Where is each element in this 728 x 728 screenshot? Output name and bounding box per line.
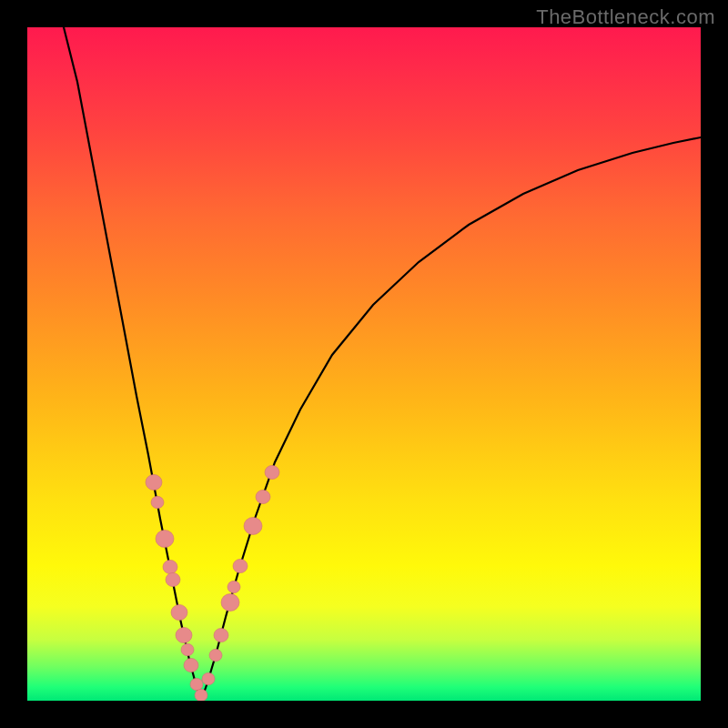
- bead-point: [184, 658, 198, 672]
- bead-point: [214, 628, 228, 642]
- bead-point: [171, 604, 187, 620]
- chart-svg: [27, 27, 701, 701]
- bead-point: [256, 490, 270, 503]
- watermark-text: TheBottleneck.com: [536, 5, 715, 29]
- bead-point: [209, 649, 222, 661]
- bead-point: [151, 496, 164, 508]
- bead-point: [181, 643, 194, 655]
- bead-point: [221, 594, 239, 612]
- bead-point: [156, 531, 174, 548]
- bead-point: [176, 627, 192, 642]
- bead-point: [244, 518, 262, 535]
- curve-right-arm: [201, 137, 701, 701]
- bead-point: [166, 572, 180, 586]
- bead-point: [202, 672, 215, 684]
- bead-point: [195, 689, 207, 701]
- bead-point: [228, 581, 240, 592]
- curve-left-arm: [64, 27, 201, 701]
- chart-root: TheBottleneck.com: [0, 0, 728, 728]
- plot-area: [27, 27, 701, 701]
- bead-point: [233, 559, 248, 572]
- bead-point: [265, 465, 279, 479]
- bead-point: [146, 474, 162, 490]
- bead-point: [190, 678, 203, 690]
- bead-point: [163, 560, 177, 573]
